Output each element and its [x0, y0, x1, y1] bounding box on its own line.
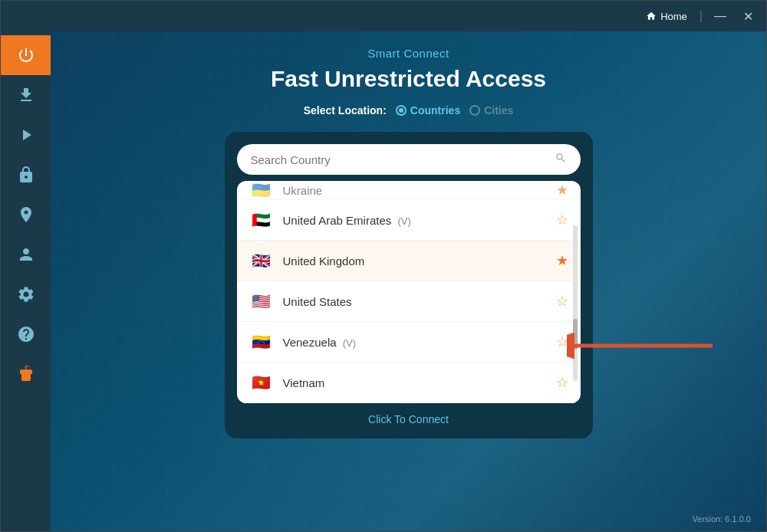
star-us[interactable]: ☆	[556, 293, 568, 310]
home-label: Home	[660, 11, 687, 22]
download-icon	[17, 86, 35, 104]
home-button[interactable]: Home	[640, 8, 693, 25]
sidebar-item-settings[interactable]	[1, 274, 51, 314]
title-bar: Home | — ✕	[1, 1, 766, 31]
smart-connect-label: Smart Connect	[367, 47, 449, 60]
list-item[interactable]: 🇺🇦 Ukraine ★	[237, 181, 581, 200]
star-uae[interactable]: ☆	[556, 212, 568, 228]
main-layout: Smart Connect Fast Unrestricted Access S…	[1, 31, 766, 531]
country-name-venezuela: Venezuela (V)	[283, 336, 547, 349]
sidebar-item-security[interactable]	[1, 155, 51, 195]
sidebar-item-connect[interactable]	[1, 115, 51, 155]
click-to-connect-container: Click To Connect	[237, 412, 581, 426]
power-icon	[17, 46, 35, 64]
list-item[interactable]: 🇦🇪 United Arab Emirates (V) ☆	[237, 200, 581, 241]
play-icon	[17, 126, 35, 144]
sidebar-item-power[interactable]	[1, 35, 51, 75]
country-name-uk: United Kingdom	[283, 255, 547, 268]
flag-uae: 🇦🇪	[249, 208, 274, 232]
dropdown-container: 🇺🇦 Ukraine ★ 🇦🇪 United Arab Emirates (V)…	[225, 132, 593, 438]
select-location-label: Select Location:	[304, 104, 387, 117]
star-vietnam[interactable]: ☆	[556, 374, 568, 391]
list-item[interactable]: 🇬🇧 United Kingdom ★	[237, 241, 581, 281]
content-inner: Smart Connect Fast Unrestricted Access S…	[51, 31, 766, 438]
country-tag-venezuela: (V)	[343, 337, 356, 349]
user-icon	[17, 245, 35, 264]
cities-radio-option[interactable]: Cities	[469, 104, 513, 117]
flag-venezuela: 🇻🇪	[249, 330, 274, 354]
star-ukraine[interactable]: ★	[556, 182, 568, 199]
country-name-us: United States	[283, 295, 547, 308]
country-tag-uae: (V)	[397, 215, 410, 227]
countries-label: Countries	[410, 104, 460, 117]
search-icon	[555, 152, 567, 167]
country-name-ukraine: Ukraine	[283, 184, 547, 197]
flag-ukraine: 🇺🇦	[249, 181, 274, 200]
flag-vietnam: 🇻🇳	[249, 370, 274, 395]
sidebar	[1, 31, 51, 531]
watermark: Version: 6.1.0.0	[693, 514, 751, 524]
sidebar-item-download[interactable]	[1, 75, 51, 115]
title-separator: |	[700, 9, 703, 23]
main-title: Fast Unrestricted Access	[271, 66, 546, 92]
search-box	[237, 144, 581, 175]
flag-uk: 🇬🇧	[249, 248, 274, 273]
ip-icon	[17, 205, 35, 224]
list-item[interactable]: 🇻🇳 Vietnam ☆	[237, 363, 581, 403]
lock-icon	[17, 166, 35, 184]
version-text: Version: 6.1.0.0	[693, 514, 751, 524]
cities-label: Cities	[484, 104, 513, 117]
minimize-button[interactable]: —	[709, 8, 732, 25]
close-button[interactable]: ✕	[738, 8, 759, 25]
country-name-uae: United Arab Emirates (V)	[283, 214, 547, 227]
settings-icon	[17, 285, 35, 304]
select-location-row: Select Location: Countries Cities	[304, 104, 514, 117]
help-icon	[17, 325, 35, 343]
list-item[interactable]: 🇺🇸 United States ☆	[237, 281, 581, 322]
country-name-vietnam: Vietnam	[283, 376, 547, 389]
arrow-annotation	[567, 327, 720, 368]
sidebar-item-account[interactable]	[1, 235, 51, 274]
click-to-connect-link[interactable]: Click To Connect	[368, 413, 449, 425]
gift-icon	[17, 365, 35, 383]
sidebar-item-help[interactable]	[1, 314, 51, 354]
list-item[interactable]: 🇻🇪 Venezuela (V) ☆	[237, 322, 581, 363]
star-uk[interactable]: ★	[556, 252, 568, 269]
countries-radio-option[interactable]: Countries	[396, 104, 460, 117]
content-area: Smart Connect Fast Unrestricted Access S…	[51, 31, 766, 531]
app-window: Home | — ✕	[0, 0, 767, 532]
home-icon	[646, 11, 657, 21]
flag-us: 🇺🇸	[249, 289, 274, 314]
cities-radio-dot[interactable]	[469, 105, 480, 116]
countries-radio-dot[interactable]	[396, 105, 407, 116]
search-input[interactable]	[251, 153, 547, 166]
country-list: 🇺🇦 Ukraine ★ 🇦🇪 United Arab Emirates (V)…	[237, 181, 581, 403]
sidebar-item-gift[interactable]	[1, 354, 51, 394]
sidebar-item-ip[interactable]	[1, 195, 51, 235]
title-bar-controls: Home | — ✕	[640, 8, 759, 25]
